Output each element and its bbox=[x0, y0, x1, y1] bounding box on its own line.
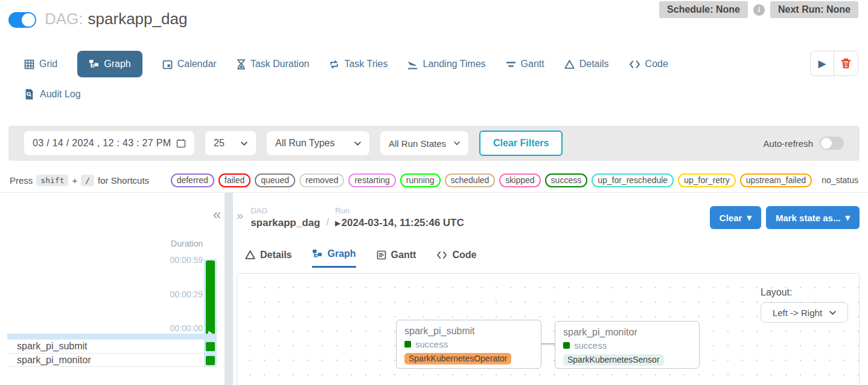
chevron-down-icon bbox=[354, 141, 361, 146]
tab-details[interactable]: Details bbox=[564, 59, 609, 70]
schedule-badge: Schedule: None bbox=[659, 1, 748, 18]
legend-pill-queued[interactable]: queued bbox=[255, 173, 295, 187]
run-detail-panel: » DAG sparkapp_dag / Run ▶2024-03-14, 11… bbox=[233, 193, 868, 385]
panel-resizer[interactable] bbox=[225, 193, 233, 385]
tab-run-graph[interactable]: Graph bbox=[312, 248, 356, 268]
tab-run-details[interactable]: Details bbox=[245, 248, 292, 268]
task-node-spark-pi-submit[interactable]: spark_pi_submit success SparkKubernetesO… bbox=[396, 320, 541, 369]
task-name: spark_pi_monitor bbox=[17, 355, 91, 366]
legend-pill-up-for-reschedule[interactable]: up_for_reschedule bbox=[592, 173, 674, 187]
trigger-dag-button[interactable]: ▶ bbox=[811, 51, 834, 76]
breadcrumb-dag-name[interactable]: sparkapp_dag bbox=[251, 217, 320, 229]
caret-down-icon: ▾ bbox=[845, 212, 850, 223]
chevron-down-icon bbox=[241, 141, 247, 146]
warning-triangle-icon bbox=[564, 59, 575, 70]
tab-label: Graph bbox=[104, 59, 130, 70]
legend-pill-removed[interactable]: removed bbox=[299, 173, 344, 187]
legend-pill-restarting[interactable]: restarting bbox=[348, 173, 395, 187]
legend-pill-up-for-retry[interactable]: up_for_retry bbox=[678, 173, 735, 187]
next-run-badge: Next Run: None bbox=[770, 1, 858, 18]
run-type-icon: ▶ bbox=[335, 219, 340, 227]
run-header: » DAG sparkapp_dag / Run ▶2024-03-14, 11… bbox=[237, 206, 860, 229]
dag-pause-toggle[interactable] bbox=[8, 12, 36, 28]
info-icon[interactable]: i bbox=[753, 4, 765, 16]
legend-pill-deferred[interactable]: deferred bbox=[171, 173, 214, 187]
button-label: Clear bbox=[720, 213, 742, 223]
tab-run-gantt[interactable]: Gantt bbox=[377, 248, 416, 268]
legend-pill-running[interactable]: running bbox=[400, 173, 441, 187]
task-instance-square[interactable] bbox=[206, 342, 215, 351]
dag-run-bar[interactable]: ▶ bbox=[206, 260, 215, 337]
warning-triangle-icon bbox=[245, 250, 255, 260]
task-node-state: success bbox=[404, 339, 533, 349]
state-label: success bbox=[415, 339, 448, 349]
tab-calendar[interactable]: Calendar bbox=[162, 59, 217, 70]
clear-filters-button[interactable]: Clear Filters bbox=[479, 131, 563, 156]
shortcut-text: Press bbox=[10, 175, 33, 186]
plus-sign: + bbox=[72, 175, 77, 186]
operator-badge: SparkKubernetesSensor bbox=[563, 354, 664, 366]
tab-task-tries[interactable]: Task Tries bbox=[329, 59, 388, 70]
dag-view-tabs: Grid Graph Calendar Task Duration Task T… bbox=[24, 51, 668, 77]
clear-run-button[interactable]: Clear ▾ bbox=[710, 206, 761, 229]
breadcrumb-run-value[interactable]: ▶2024-03-14, 11:25:46 UTC bbox=[335, 217, 464, 229]
tab-audit-log[interactable]: Audit Log bbox=[24, 89, 81, 100]
auto-refresh-toggle[interactable] bbox=[820, 137, 844, 150]
duration-tick: 00:00:00 bbox=[170, 323, 203, 333]
run-action-buttons: Clear ▾ Mark state as... ▾ bbox=[710, 206, 860, 229]
graph-icon bbox=[89, 59, 99, 70]
base-date-value: 03 / 14 / 2024 , 12 : 43 : 27 PM bbox=[33, 138, 171, 149]
tab-code[interactable]: Code bbox=[629, 59, 668, 70]
tab-task-duration[interactable]: Task Duration bbox=[237, 59, 310, 70]
legend-pill-failed[interactable]: failed bbox=[219, 173, 251, 187]
task-row[interactable]: spark_pi_monitor bbox=[7, 353, 217, 367]
task-node-title: spark_pi_monitor bbox=[563, 327, 691, 338]
page-title: DAG:sparkapp_dag bbox=[45, 10, 187, 28]
chevron-down-icon bbox=[454, 141, 460, 145]
selected-run-strip bbox=[7, 334, 217, 339]
gantt-doc-icon bbox=[377, 250, 386, 260]
chevron-down-icon bbox=[829, 311, 836, 315]
task-node-spark-pi-monitor[interactable]: spark_pi_monitor success SparkKubernetes… bbox=[555, 321, 700, 369]
task-name: spark_pi_submit bbox=[17, 341, 88, 352]
legend-pill-skipped[interactable]: skipped bbox=[499, 173, 540, 187]
page-size-select[interactable]: 25 bbox=[205, 131, 256, 155]
audit-log-icon bbox=[24, 89, 34, 100]
legend-pill-success[interactable]: success bbox=[545, 173, 588, 187]
toggle-knob bbox=[22, 13, 35, 27]
run-types-value: All Run Types bbox=[275, 138, 334, 149]
trash-icon bbox=[841, 58, 851, 69]
tab-label: Gantt bbox=[391, 250, 416, 260]
breadcrumb-chevron-icon[interactable]: » bbox=[237, 209, 243, 222]
legend-pill-upstream-failed[interactable]: upstream_failed bbox=[740, 173, 812, 187]
mark-state-button[interactable]: Mark state as... ▾ bbox=[766, 206, 860, 229]
tab-label: Code bbox=[645, 59, 668, 70]
code-icon bbox=[436, 251, 447, 259]
base-date-input[interactable]: 03 / 14 / 2024 , 12 : 43 : 27 PM bbox=[24, 131, 194, 155]
breadcrumb-label: Run bbox=[335, 206, 464, 215]
caret-down-icon: ▾ bbox=[747, 212, 752, 223]
tab-run-code[interactable]: Code bbox=[436, 248, 476, 268]
legend-bar: Press shift + / for Shortcuts deferred f… bbox=[0, 168, 868, 193]
tab-label: Details bbox=[579, 59, 609, 70]
collapse-panel-icon[interactable]: « bbox=[213, 207, 221, 222]
legend-pill-scheduled[interactable]: scheduled bbox=[445, 173, 496, 187]
tab-landing-times[interactable]: Landing Times bbox=[407, 59, 485, 70]
task-row[interactable]: spark_pi_submit bbox=[7, 339, 217, 353]
task-node-state: success bbox=[563, 340, 691, 351]
run-timestamp: 2024-03-14, 11:25:46 UTC bbox=[342, 217, 464, 229]
delete-dag-button[interactable] bbox=[834, 51, 858, 76]
tab-grid[interactable]: Grid bbox=[24, 59, 57, 70]
graph-canvas[interactable]: Layout: Left -> Right spark_pi_submit su… bbox=[237, 273, 860, 385]
main-content: « Duration 00:00:59 00:00:29 00:00:00 ▶ … bbox=[0, 193, 868, 385]
task-instance-square[interactable] bbox=[206, 356, 215, 365]
tab-gantt[interactable]: Gantt bbox=[506, 59, 544, 70]
run-states-select[interactable]: All Run States bbox=[380, 131, 468, 155]
tab-graph[interactable]: Graph bbox=[77, 51, 142, 77]
state-square bbox=[404, 341, 411, 348]
run-types-select[interactable]: All Run Types bbox=[267, 131, 369, 155]
dag-action-buttons: ▶ bbox=[810, 51, 858, 76]
task-edge bbox=[541, 343, 555, 345]
tab-label: Task Tries bbox=[344, 59, 388, 70]
layout-select[interactable]: Left -> Right bbox=[761, 302, 848, 323]
